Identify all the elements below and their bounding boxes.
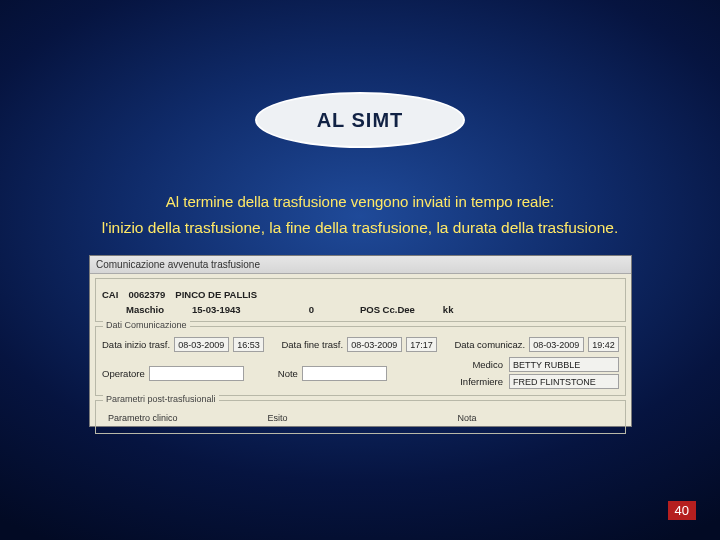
page-number: 40: [668, 501, 696, 520]
operator-field[interactable]: [149, 366, 244, 381]
cai-label: CAI: [102, 289, 118, 300]
pos-label: POS Cc.Dee: [360, 304, 415, 315]
caption-line-2: l'inizio della trasfusione, la fine dell…: [0, 219, 720, 237]
comm-time-field[interactable]: 19:42: [588, 337, 619, 352]
caption-line-1: Al termine della trasfusione vengono inv…: [0, 193, 720, 210]
parameters-header-row: Parametro clinico Esito Nota: [102, 411, 619, 423]
param-col-clinico: Parametro clinico: [108, 413, 178, 423]
comm-date-label: Data comunicaz.: [454, 339, 525, 350]
comm-date-field[interactable]: 08-03-2009: [529, 337, 584, 352]
param-col-esito: Esito: [268, 413, 288, 423]
bubble-title: AL SIMT: [317, 109, 404, 132]
cai-value: 0062379: [128, 289, 165, 300]
communication-group-label: Dati Comunicazione: [103, 320, 190, 330]
patient-group: CAI 0062379 PINCO DE PALLIS Maschio 15-0…: [95, 278, 626, 322]
patient-kk: kk: [443, 304, 454, 315]
param-col-nota: Nota: [458, 413, 477, 423]
dialog-titlebar: Comunicazione avvenuta trasfusione: [90, 256, 631, 274]
infermiere-field[interactable]: FRED FLINTSTONE: [509, 374, 619, 389]
dialog-title: Comunicazione avvenuta trasfusione: [96, 259, 260, 270]
start-date-field[interactable]: 08-03-2009: [174, 337, 229, 352]
medico-field[interactable]: BETTY RUBBLE: [509, 357, 619, 372]
title-bubble: AL SIMT: [255, 92, 465, 148]
start-date-label: Data inizio trasf.: [102, 339, 170, 350]
patient-sex: Maschio: [126, 304, 164, 315]
end-time-field[interactable]: 17:17: [406, 337, 437, 352]
parameters-group-label: Parametri post-trasfusionali: [103, 394, 219, 404]
dialog-window: Comunicazione avvenuta trasfusione CAI 0…: [89, 255, 632, 427]
end-date-field[interactable]: 08-03-2009: [347, 337, 402, 352]
note-label: Note: [278, 368, 298, 379]
patient-zero: 0: [309, 304, 314, 315]
note-field[interactable]: [302, 366, 387, 381]
communication-group: Dati Comunicazione Data inizio trasf. 08…: [95, 326, 626, 396]
infermiere-label: Infermiere: [460, 376, 503, 387]
medico-label: Medico: [472, 359, 503, 370]
start-time-field[interactable]: 16:53: [233, 337, 264, 352]
operator-label: Operatore: [102, 368, 145, 379]
patient-dob: 15-03-1943: [192, 304, 241, 315]
parameters-group: Parametri post-trasfusionali Parametro c…: [95, 400, 626, 434]
end-date-label: Data fine trasf.: [281, 339, 343, 350]
patient-name: PINCO DE PALLIS: [175, 289, 257, 300]
